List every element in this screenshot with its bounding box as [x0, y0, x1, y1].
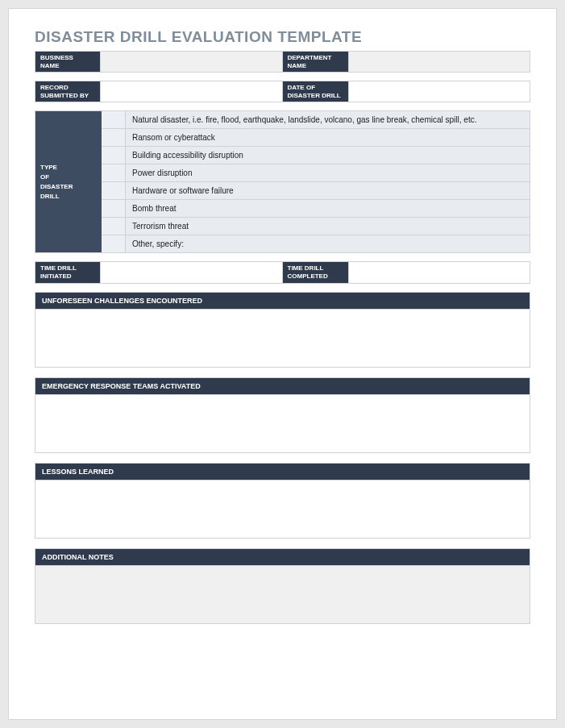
type-option-text: Ransom or cyberattack: [126, 129, 530, 146]
label-time-completed: TIME DRILL COMPLETED: [283, 261, 349, 283]
type-option-checkbox[interactable]: [102, 218, 126, 235]
header-challenges: UNFORESEEN CHALLENGES ENCOUNTERED: [35, 292, 530, 310]
row-business-department: BUSINESS NAME DEPARTMENT NAME: [35, 51, 530, 73]
type-of-drill-block: TYPE OF DISASTER DRILL Natural disaster,…: [35, 110, 530, 253]
type-option-text: Terrorism threat: [126, 218, 530, 235]
section-challenges: UNFORESEEN CHALLENGES ENCOUNTERED: [35, 292, 530, 368]
input-challenges[interactable]: [35, 310, 530, 368]
label-business-name: BUSINESS NAME: [35, 51, 101, 73]
header-lessons: LESSONS LEARNED: [35, 463, 530, 480]
type-option-checkbox[interactable]: [102, 235, 126, 252]
type-option-checkbox[interactable]: [102, 147, 126, 164]
label-record-submitted-by: RECORD SUBMITTED BY: [35, 81, 101, 102]
type-option-text: Hardware or software failure: [126, 182, 530, 199]
section-lessons: LESSONS LEARNED: [35, 463, 530, 539]
label-time-initiated: TIME DRILL INITIATED: [35, 261, 101, 283]
header-teams: EMERGENCY RESPONSE TEAMS ACTIVATED: [35, 377, 530, 395]
type-option-text: Building accessibility disruption: [126, 147, 530, 164]
type-option-text: Power disruption: [126, 164, 530, 181]
input-time-completed[interactable]: [349, 261, 531, 283]
type-option-row: Building accessibility disruption: [102, 147, 530, 164]
input-notes[interactable]: [35, 566, 530, 624]
type-option-row: Other, specify:: [102, 235, 530, 252]
type-option-checkbox[interactable]: [102, 182, 126, 199]
input-record-submitted-by[interactable]: [101, 81, 283, 102]
row-time: TIME DRILL INITIATED TIME DRILL COMPLETE…: [35, 261, 530, 283]
type-option-row: Power disruption: [102, 164, 530, 182]
input-business-name[interactable]: [101, 51, 283, 73]
label-date-of-drill: DATE OF DISASTER DRILL: [283, 81, 349, 102]
type-option-row: Terrorism threat: [102, 218, 530, 235]
type-option-checkbox[interactable]: [102, 200, 126, 217]
type-option-row: Bomb threat: [102, 200, 530, 218]
input-date-of-drill[interactable]: [349, 81, 531, 102]
input-lessons[interactable]: [35, 480, 530, 539]
input-department-name[interactable]: [349, 51, 531, 73]
type-option-checkbox[interactable]: [102, 111, 126, 128]
label-department-name: DEPARTMENT NAME: [283, 51, 349, 73]
type-options-list: Natural disaster, i.e. fire, flood, eart…: [102, 111, 530, 252]
header-notes: ADDITIONAL NOTES: [35, 548, 530, 566]
row-record-date: RECORD SUBMITTED BY DATE OF DISASTER DRI…: [35, 81, 530, 102]
section-notes: ADDITIONAL NOTES: [35, 548, 530, 624]
input-time-initiated[interactable]: [101, 261, 283, 283]
type-option-row: Ransom or cyberattack: [102, 129, 530, 147]
label-type-of-drill: TYPE OF DISASTER DRILL: [35, 111, 102, 252]
document-page: DISASTER DRILL EVALUATION TEMPLATE BUSIN…: [8, 8, 557, 720]
type-option-checkbox[interactable]: [102, 164, 126, 181]
type-option-text: Bomb threat: [126, 200, 530, 217]
type-option-row: Natural disaster, i.e. fire, flood, eart…: [102, 111, 530, 129]
page-title: DISASTER DRILL EVALUATION TEMPLATE: [35, 28, 530, 46]
input-teams[interactable]: [35, 395, 530, 453]
type-option-checkbox[interactable]: [102, 129, 126, 146]
type-option-row: Hardware or software failure: [102, 182, 530, 200]
type-option-text: Other, specify:: [126, 235, 530, 252]
section-teams: EMERGENCY RESPONSE TEAMS ACTIVATED: [35, 377, 530, 453]
type-option-text: Natural disaster, i.e. fire, flood, eart…: [126, 111, 530, 128]
